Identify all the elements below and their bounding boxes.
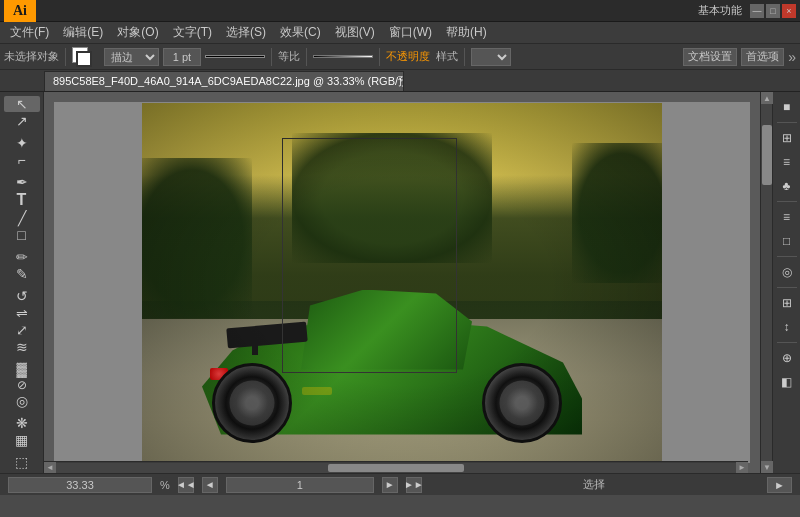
menu-help[interactable]: 帮助(H) [440, 23, 493, 43]
right-panel-10[interactable]: ◧ [776, 371, 798, 393]
scroll-down-button[interactable]: ▼ [761, 461, 773, 473]
right-sep-5 [777, 342, 797, 343]
right-panel-4[interactable]: ≡ [776, 206, 798, 228]
lasso-tool-button[interactable]: ⌐ [4, 152, 40, 168]
artboard-tool-button[interactable]: ⬚ [4, 454, 40, 470]
menu-effect[interactable]: 效果(C) [274, 23, 327, 43]
maximize-button[interactable]: □ [766, 4, 780, 18]
close-button[interactable]: × [782, 4, 796, 18]
scroll-left-button[interactable]: ◄ [44, 462, 56, 474]
page-forward-button[interactable]: ► [382, 477, 398, 493]
menu-window[interactable]: 窗口(W) [383, 23, 438, 43]
h-scroll-track [56, 463, 736, 473]
slice-tool-button[interactable]: ⊹ [4, 471, 40, 473]
right-sep-4 [777, 287, 797, 288]
right-panel-1[interactable]: ⊞ [776, 127, 798, 149]
car-emblem-area [302, 387, 332, 395]
menu-text[interactable]: 文字(T) [167, 23, 218, 43]
right-panel-7[interactable]: ⊞ [776, 292, 798, 314]
stroke-preview-area [205, 55, 265, 58]
select-tool-button[interactable]: ↖ [4, 96, 40, 112]
scroll-right-button[interactable]: ► [736, 462, 748, 474]
right-panel-3[interactable]: ♣ [776, 175, 798, 197]
page-next-button[interactable]: ►► [406, 477, 422, 493]
line-tool-button[interactable]: ╱ [4, 210, 40, 226]
text-tool-button[interactable]: T [4, 191, 40, 209]
main-area: ↖ ↗ ✦ ⌐ ✒ T ╱ □ ✏ ✎ ↺ ⇌ ⤢ ≋ ▓ ⊘ ◎ ❋ ▦ ⬚ … [0, 92, 800, 473]
left-toolbar: ↖ ↗ ✦ ⌐ ✒ T ╱ □ ✏ ✎ ↺ ⇌ ⤢ ≋ ▓ ⊘ ◎ ❋ ▦ ⬚ … [0, 92, 44, 473]
right-panel-2[interactable]: ≡ [776, 151, 798, 173]
right-panel-color[interactable]: ■ [776, 96, 798, 118]
menu-object[interactable]: 对象(O) [111, 23, 164, 43]
tab-filename: 895C58E8_F40D_46A0_914A_6DC9AEDA8C22.jpg… [53, 74, 404, 89]
v-scrollbar[interactable]: ▲ ▼ [760, 92, 772, 473]
tree-right [572, 143, 662, 283]
menu-view[interactable]: 视图(V) [329, 23, 381, 43]
style-label: 样式 [436, 49, 458, 64]
style-select[interactable] [471, 48, 511, 66]
menu-bar: 文件(F) 编辑(E) 对象(O) 文字(T) 选择(S) 效果(C) 视图(V… [0, 22, 800, 44]
right-toolbar: ■ ⊞ ≡ ♣ ≡ □ ◎ ⊞ ↕ ⊕ ◧ [772, 92, 800, 473]
stroke-select[interactable]: 描边 [104, 48, 159, 66]
toolbar-sep-1 [65, 48, 66, 66]
h-scroll-thumb[interactable] [328, 464, 464, 472]
title-bar-controls: — □ × [750, 4, 796, 18]
zoom-input[interactable] [8, 477, 152, 493]
right-panel-9[interactable]: ⊕ [776, 347, 798, 369]
status-right-button[interactable]: ► [767, 477, 792, 493]
toolbar-sep-5 [464, 48, 465, 66]
wheel-left-inner [230, 380, 275, 425]
rotate-tool-button[interactable]: ↺ [4, 288, 40, 304]
scroll-up-button[interactable]: ▲ [761, 92, 773, 104]
toolbar-arrow[interactable]: » [788, 49, 796, 65]
magic-wand-tool-button[interactable]: ✦ [4, 135, 40, 151]
scale-tool-button[interactable]: ⤢ [4, 322, 40, 338]
toolbar-sep-4 [379, 48, 380, 66]
status-bar: % ◄◄ ◄ ► ►► 选择 ► [0, 473, 800, 495]
right-panel-6[interactable]: ◎ [776, 261, 798, 283]
car-silhouette [202, 275, 582, 435]
shape-tool-button[interactable]: □ [4, 227, 40, 243]
document-tab[interactable]: 895C58E8_F40D_46A0_914A_6DC9AEDA8C22.jpg… [44, 71, 404, 91]
gradient-tool-button[interactable]: ▓ [4, 361, 40, 377]
pencil-tool-button[interactable]: ✎ [4, 266, 40, 282]
menu-file[interactable]: 文件(F) [4, 23, 55, 43]
page-back-button[interactable]: ◄ [202, 477, 218, 493]
no-selection-label: 未选择对象 [4, 49, 59, 64]
right-sep-1 [777, 122, 797, 123]
minimize-button[interactable]: — [750, 4, 764, 18]
symbol-tool-button[interactable]: ❋ [4, 415, 40, 431]
blend-tool-button[interactable]: ◎ [4, 393, 40, 409]
menu-select[interactable]: 选择(S) [220, 23, 272, 43]
car-roof [292, 290, 472, 370]
direct-select-tool-button[interactable]: ↗ [4, 113, 40, 129]
eyedropper-tool-button[interactable]: ⊘ [4, 378, 40, 392]
v-scroll-track [761, 104, 772, 461]
v-scroll-thumb[interactable] [762, 125, 772, 185]
tree-mid [292, 133, 492, 263]
preferences-button[interactable]: 首选项 [741, 48, 784, 66]
opacity-label[interactable]: 不透明度 [386, 49, 430, 64]
car-spoiler-post [252, 330, 258, 355]
artboard [142, 103, 662, 463]
warp-tool-button[interactable]: ≋ [4, 339, 40, 355]
page-number-input[interactable] [226, 477, 374, 493]
graph-tool-button[interactable]: ▦ [4, 432, 40, 448]
doc-settings-button[interactable]: 文档设置 [683, 48, 737, 66]
ai-logo: Ai [4, 0, 36, 22]
toolbar-sep-2 [271, 48, 272, 66]
mirror-tool-button[interactable]: ⇌ [4, 305, 40, 321]
paintbrush-tool-button[interactable]: ✏ [4, 249, 40, 265]
menu-edit[interactable]: 编辑(E) [57, 23, 109, 43]
canvas-container[interactable] [54, 102, 750, 463]
ratio-label: 等比 [278, 49, 300, 64]
pen-tool-button[interactable]: ✒ [4, 174, 40, 190]
page-prev-button[interactable]: ◄◄ [178, 477, 194, 493]
wheel-left [212, 363, 292, 443]
stroke-width-input[interactable] [163, 48, 201, 66]
right-panel-5[interactable]: □ [776, 230, 798, 252]
h-scrollbar[interactable]: ◄ ► [44, 461, 748, 473]
fill-box[interactable] [72, 47, 100, 67]
right-panel-8[interactable]: ↕ [776, 316, 798, 338]
wheel-right-inner [500, 380, 545, 425]
